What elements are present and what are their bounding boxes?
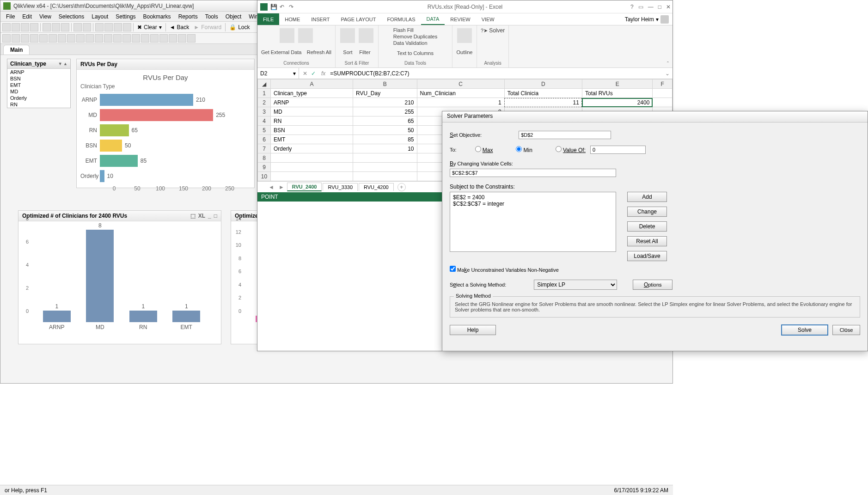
valueof-input[interactable] [590,146,646,154]
col-header[interactable]: B [353,79,417,89]
sheet-nav-prev-icon[interactable]: ◄ [267,184,276,190]
menu-edit[interactable]: Edit [18,13,36,20]
redo-icon[interactable]: ↷ [289,4,295,10]
menu-bookmarks[interactable]: Bookmarks [140,13,175,20]
tb-open-icon[interactable] [12,23,20,31]
help-button[interactable]: Help [450,325,496,335]
cell[interactable] [271,163,353,172]
fx-icon[interactable]: fx [319,70,327,77]
cancel-formula-icon[interactable]: ✕ [303,70,307,77]
data-validation-button[interactable]: Data Validation [393,40,428,46]
undo-icon[interactable]: ↶ [280,4,286,10]
restore-icon[interactable]: □ [658,4,661,10]
tb-search-icon[interactable] [73,23,82,31]
list-item[interactable]: RN [7,101,70,108]
qv-tab-main[interactable]: Main [3,45,30,55]
tb2-icon[interactable] [30,34,38,43]
row-header[interactable]: 8 [258,153,271,163]
row-header[interactable]: 9 [258,163,271,172]
solving-method-select[interactable]: Simplex LP [534,280,617,290]
close-button[interactable]: Close [832,325,860,335]
tb-print-icon[interactable] [30,23,38,31]
export-xl-icon[interactable]: XL [198,213,205,219]
constraints-list[interactable]: $E$2 = 2400 $C$2:$C$7 = integer [450,192,616,252]
sheet-nav-next-icon[interactable]: ► [277,184,286,190]
cell[interactable]: RVU_Day [353,89,417,98]
tb2-icon[interactable] [141,34,149,43]
tb-undo-icon[interactable] [52,23,60,31]
sheet-tab[interactable]: RVU_2400 [287,183,322,191]
cell[interactable]: Num_Clinician [417,89,504,98]
formula-input[interactable]: =SUMPRODUCT(B2:B7,C2:C7) [327,70,662,77]
expand-formula-icon[interactable]: ⌄ [662,70,672,77]
chart-opt-2400[interactable]: Optimized # of Clinicians for 2400 RVUs … [18,210,221,344]
row-header[interactable]: 5 [258,126,271,135]
chevron-down-icon[interactable]: ▼ ▲ [58,61,67,66]
cell[interactable]: RN [271,116,353,126]
tb2-icon[interactable] [169,34,177,43]
close-icon[interactable]: ✕ [666,4,671,10]
tb2-icon[interactable] [21,34,29,43]
tb2-icon[interactable] [76,34,85,43]
add-constraint-button[interactable]: Add [627,192,667,202]
cell[interactable]: Orderly [271,144,353,153]
col-header[interactable]: D [504,79,582,89]
row-header[interactable]: 3 [258,107,271,116]
user-menu[interactable]: Taylor Heim▾ [621,15,672,24]
tab-formulas[interactable]: FORMULAS [381,13,421,25]
tb-new-icon[interactable] [2,23,11,31]
tb-selections-icon[interactable] [83,23,91,31]
tb-save-icon[interactable] [21,23,29,31]
ribbon-collapse-icon[interactable]: ▭ [638,4,643,10]
detach-icon[interactable]: ⬚ [190,213,196,219]
row-header[interactable]: 7 [258,144,271,153]
list-item[interactable]: Orderly [7,95,70,101]
tb2-icon[interactable] [187,34,196,43]
load-save-button[interactable]: Load/Save [627,251,667,261]
cell[interactable] [353,172,417,181]
tb2-icon[interactable] [122,34,131,43]
minimize-icon[interactable]: — [648,4,654,10]
maximize-icon[interactable]: □ [214,213,217,219]
accept-formula-icon[interactable]: ✓ [311,70,316,77]
row-header[interactable]: 1 [258,89,271,98]
tb2-icon[interactable] [159,34,168,43]
tb-lock-button[interactable]: 🔒 Lock [227,24,251,31]
help-icon[interactable]: ? [630,4,634,10]
tb2-icon[interactable] [132,34,140,43]
cell[interactable] [653,89,672,98]
nonneg-checkbox[interactable]: Make Unconstrained Variables Non-Negativ… [450,266,559,273]
cell[interactable]: 50 [353,126,417,135]
cell[interactable]: 210 [353,98,417,107]
solve-button[interactable]: Solve [782,325,828,335]
select-all[interactable]: ◢ [258,79,271,89]
tb-clear-button[interactable]: ✖ Clear ▾ [135,24,164,31]
tb2-icon[interactable] [95,34,103,43]
tb2-icon[interactable] [86,34,94,43]
tb2-icon[interactable] [104,34,112,43]
tab-review[interactable]: REVIEW [445,13,476,25]
changing-cells-input[interactable] [450,169,616,177]
tb2-icon[interactable] [39,34,48,43]
sort-icon[interactable] [340,28,355,43]
cell[interactable]: Total RVUs [582,89,652,98]
tab-insert[interactable]: INSERT [306,13,335,25]
refresh-all-icon[interactable] [298,28,313,43]
cell[interactable]: 1 [417,98,504,107]
filter-icon[interactable] [359,28,373,43]
menu-view[interactable]: View [36,13,55,20]
list-item[interactable]: BSN [7,75,70,82]
radio-max[interactable]: Max [475,146,493,153]
reset-all-button[interactable]: Reset All [627,236,667,246]
tb2-icon[interactable] [150,34,159,43]
save-icon[interactable]: 💾 [270,4,277,10]
row-header[interactable]: 10 [258,172,271,181]
collapse-ribbon-icon[interactable]: ˆ [663,25,672,67]
tb-redo-icon[interactable] [61,23,69,31]
tb2-icon[interactable] [58,34,66,43]
cell[interactable] [353,163,417,172]
tb-forward-button[interactable]: ► Forward [192,24,223,31]
flash-fill-button[interactable]: Flash Fill [393,27,414,33]
tb2-icon[interactable] [12,34,20,43]
list-item[interactable]: ARNP [7,69,70,75]
